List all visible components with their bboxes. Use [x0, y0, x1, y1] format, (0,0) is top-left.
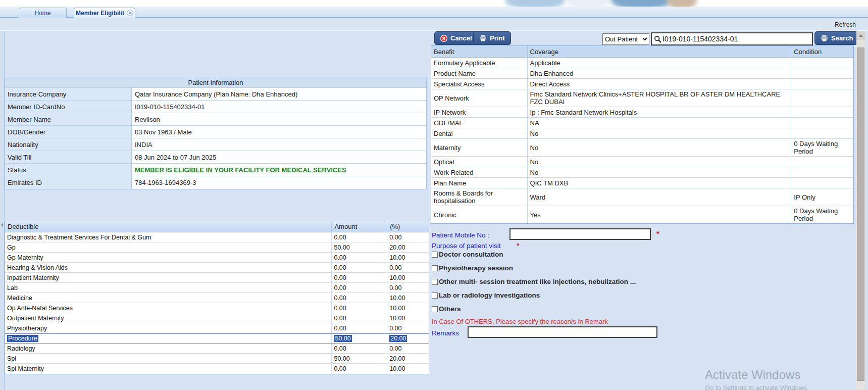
purpose-checkbox[interactable]	[432, 252, 438, 258]
purpose-option-row[interactable]: Others	[432, 306, 636, 319]
deductible-name-text: Medicine	[7, 295, 32, 302]
purpose-checkbox[interactable]	[432, 279, 438, 285]
benefit-coverage-cell: No	[528, 157, 792, 167]
patient-info-field-label: Emirates ID	[5, 176, 132, 189]
purpose-options-list: Doctor consultationPhysiotherapy session…	[432, 251, 636, 319]
deductible-name-text: Procedure	[7, 335, 38, 342]
deductible-amount-cell: 0.00	[332, 344, 387, 353]
vertical-scrollbar[interactable]	[856, 31, 865, 390]
benefit-coverage-cell: NA	[528, 118, 792, 128]
deductible-name-text: Hearing & Vision Aids	[7, 264, 68, 271]
patient-info-field-value: INDIA	[132, 138, 426, 151]
photo-fragment	[667, 0, 697, 7]
deductible-amount-cell: 50.00	[332, 242, 387, 252]
deductible-percent-text: 20.00	[389, 335, 407, 342]
patient-info-field-label: DOB/Gender	[5, 126, 132, 138]
purpose-checkbox[interactable]	[432, 265, 438, 271]
purpose-option-row[interactable]: Doctor consultation	[432, 251, 636, 265]
scroll-up-button[interactable]	[856, 31, 865, 40]
benefit-row: Plan NameQIC TM DXB	[431, 178, 853, 188]
deductible-row[interactable]: Physiotherapy0.000.00	[5, 323, 429, 333]
benefit-row: Rooms & Boards for hospitalisationWardIP…	[431, 188, 853, 206]
purpose-checkbox-label: Other multi- session treatment like inje…	[439, 278, 636, 285]
tab-member-eligibility[interactable]: Member Eligibilit ✕	[74, 8, 135, 18]
patient-info-field-value: I019-010-115402334-01	[132, 101, 426, 113]
deductible-row[interactable]: Inpatient Maternity0.0010.00	[5, 273, 429, 283]
deductible-row[interactable]: Outpatient Maternity0.0010.00	[5, 313, 429, 323]
search-button[interactable]: Search	[814, 31, 859, 45]
deductible-percent-cell: 20.00	[387, 354, 429, 363]
deductible-amount-cell: 50.00	[332, 334, 387, 343]
benefit-name-cell: IP Network	[431, 107, 528, 117]
refresh-bar: Refresh	[0, 18, 868, 31]
deductible-row[interactable]: Spl Maternity0.0010.00	[5, 364, 429, 374]
patient-information-table: Patient Information Insurance CompanyQat…	[5, 77, 427, 189]
benefit-row: OpticalNo	[431, 157, 853, 167]
tab-close-icon[interactable]: ✕	[127, 10, 133, 16]
patient-info-row: Emirates ID784-1963-1694369-3	[5, 176, 426, 189]
benefit-row: DentalNo	[431, 128, 853, 139]
deductible-row[interactable]: Diagnostic & Treatment Services For Dent…	[5, 232, 429, 242]
deductible-row[interactable]: Lab0.000.00	[5, 283, 429, 293]
purpose-option-row[interactable]: Lab or radiology investigations	[432, 292, 636, 306]
benefit-name-cell: Chronic	[431, 206, 528, 223]
required-asterisk: *	[656, 230, 659, 238]
patient-mobile-input[interactable]	[509, 228, 651, 240]
patient-info-row: StatusMEMBER IS ELIGIBLE IN YOUR FACILIT…	[5, 164, 426, 176]
deductible-amount-text: 0.00	[334, 305, 346, 312]
benefit-condition-cell	[791, 58, 853, 68]
scrollbar-thumb[interactable]	[857, 47, 864, 381]
deductible-percent-text: 20.00	[389, 244, 405, 251]
watermark-line2: Go to Settings to activate Windows.	[705, 384, 808, 390]
deductible-row[interactable]: Radiology0.000.00	[5, 344, 429, 354]
deductible-row[interactable]: Procedure50.0020.00	[5, 333, 429, 344]
purpose-checkbox[interactable]	[432, 306, 438, 312]
deductible-row[interactable]: Hearing & Vision Aids0.000.00	[5, 263, 429, 273]
cancel-button[interactable]: Cancel	[434, 31, 478, 45]
deductible-amount-text: 0.00	[334, 284, 346, 291]
deductible-row[interactable]: Medicine0.0010.00	[5, 293, 429, 303]
deductible-row[interactable]: Gp50.0020.00	[5, 242, 429, 253]
deductible-percent-cell: 10.00	[387, 293, 429, 303]
deductible-name-text: Inpatient Maternity	[7, 274, 59, 281]
benefit-row: GDF/MAFNA	[431, 118, 853, 128]
print-button-label: Print	[490, 34, 505, 42]
purpose-checkbox-label: Doctor consultation	[439, 251, 503, 258]
patient-info-field-value: 08 Jun 2024 to 07 Jun 2025	[132, 151, 426, 163]
refresh-link[interactable]: Refresh	[835, 21, 856, 28]
patient-info-row: Insurance CompanyQatar Insurance Company…	[5, 88, 426, 101]
member-search-input[interactable]	[662, 35, 810, 43]
deductible-header-name: Deductible	[5, 221, 332, 232]
purpose-checkbox[interactable]	[432, 292, 438, 299]
benefit-condition-cell	[791, 68, 853, 78]
benefit-name-cell: Specialist Access	[431, 79, 528, 89]
tab-home[interactable]: Home	[19, 8, 67, 18]
benefit-condition-cell: IP Only	[791, 188, 853, 206]
deductible-rows: Diagnostic & Treatment Services For Dent…	[5, 232, 429, 374]
deductible-name-cell: Procedure	[5, 334, 332, 343]
patient-type-select[interactable]: Out Patient	[602, 33, 649, 45]
deductible-amount-cell: 0.00	[332, 313, 387, 323]
purpose-option-row[interactable]: Physiotherapy session	[432, 265, 636, 278]
purpose-option-row[interactable]: Other multi- session treatment like inje…	[432, 278, 636, 292]
benefit-condition-cell: 0 Days Waiting Period	[791, 139, 853, 156]
patient-info-field-label: Member Name	[5, 113, 132, 125]
purpose-of-visit-label: Purpose of patient visit	[432, 242, 501, 250]
deductible-amount-text: 0.00	[334, 254, 346, 261]
deductible-percent-text: 10.00	[389, 254, 405, 261]
remarks-input[interactable]	[468, 326, 657, 338]
deductible-row[interactable]: Spl50.0020.00	[5, 354, 429, 364]
patient-info-field-value: 03 Nov 1963 / Male	[132, 126, 426, 138]
panel-splitter[interactable]	[0, 31, 5, 390]
deductible-row[interactable]: Gp Maternity0.0010.00	[5, 253, 429, 263]
deductible-name-cell: Op Ante-Natal Services	[5, 303, 332, 313]
deductible-name-text: Gp	[7, 244, 16, 251]
benefit-condition-cell: 0 Days Waiting Period	[791, 206, 853, 223]
print-button[interactable]: Print	[473, 31, 511, 45]
photo-fragment	[566, 0, 611, 7]
benefit-coverage-cell: No	[528, 139, 792, 156]
deductible-row[interactable]: Op Ante-Natal Services0.0010.00	[5, 303, 429, 313]
benefit-header-condition: Condition	[791, 46, 853, 57]
purpose-checkbox-label: Physiotherapy session	[439, 265, 513, 272]
activate-windows-watermark: Activate Windows Go to Settings to activ…	[705, 368, 808, 390]
